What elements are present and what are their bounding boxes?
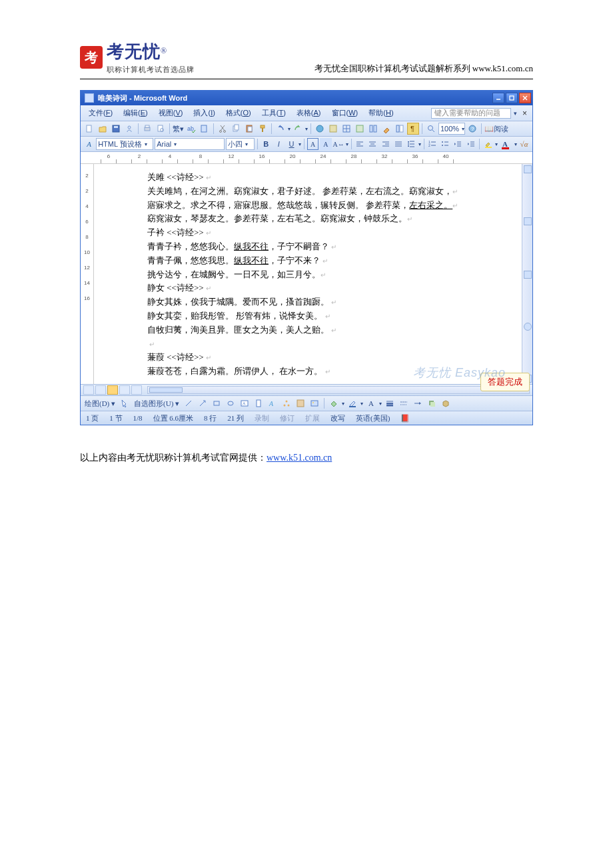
outline-view-button[interactable]	[119, 385, 130, 395]
line-color-icon[interactable]	[346, 397, 358, 409]
clipart-icon[interactable]	[295, 397, 306, 409]
vertical-ruler[interactable]: 2246810121416	[81, 164, 94, 384]
help-dropdown-icon[interactable]: ▾	[514, 110, 517, 117]
decrease-indent-button[interactable]	[452, 138, 464, 150]
undo-dropdown-icon[interactable]: ▾	[288, 126, 291, 132]
italic-button[interactable]: I	[273, 138, 285, 150]
minimize-button[interactable]	[492, 93, 504, 103]
normal-view-button[interactable]	[83, 385, 94, 395]
line-tool-icon[interactable]	[183, 397, 195, 409]
highlight-dropdown-icon[interactable]: ▾	[495, 141, 498, 147]
char-scaling-button[interactable]: A↔	[333, 138, 344, 150]
menu-a[interactable]: 表格(A)	[291, 107, 326, 119]
close-button[interactable]	[519, 93, 531, 103]
new-document-icon[interactable]	[83, 123, 95, 135]
menu-e[interactable]: 编辑(E)	[118, 107, 153, 119]
diagram-icon[interactable]	[281, 397, 293, 409]
web-view-button[interactable]	[95, 385, 106, 395]
line-spacing-dropdown-icon[interactable]: ▾	[418, 141, 421, 147]
arrow-style-icon[interactable]	[412, 397, 424, 409]
wordart-icon[interactable]: A	[267, 397, 279, 409]
read-mode-button[interactable]: 📖 阅读	[484, 123, 508, 135]
browse-prev-button[interactable]	[524, 271, 532, 279]
underline-button[interactable]: U	[286, 138, 297, 150]
zoom-combo[interactable]: 100%▾	[438, 123, 465, 135]
insert-table-icon[interactable]	[340, 123, 352, 135]
columns-icon[interactable]	[367, 123, 379, 135]
highlight-button[interactable]	[482, 138, 494, 150]
redo-icon[interactable]	[292, 123, 304, 135]
font-color-dropdown-icon[interactable]: ▾	[514, 141, 517, 147]
bullets-button[interactable]	[440, 138, 451, 150]
cut-icon[interactable]	[217, 123, 229, 135]
drawing-toolbar-icon[interactable]	[380, 123, 392, 135]
redo-dropdown-icon[interactable]: ▾	[305, 126, 308, 132]
draw-menu[interactable]: 绘图(D) ▾	[83, 399, 117, 409]
line-style-icon[interactable]	[384, 397, 396, 409]
align-center-button[interactable]	[367, 138, 378, 150]
menu-h[interactable]: 帮助(H)	[363, 107, 398, 119]
char-border-button[interactable]: A	[307, 138, 318, 150]
close-document-button[interactable]: ×	[520, 109, 530, 118]
spelling-icon[interactable]: ab	[185, 123, 197, 135]
horizontal-ruler[interactable]: 62481216202428323640	[81, 152, 532, 164]
reading-view-button[interactable]	[131, 385, 142, 395]
excel-icon[interactable]	[354, 123, 366, 135]
font-color-draw-dropdown[interactable]: ▾	[379, 401, 382, 407]
tables-borders-icon[interactable]	[327, 123, 339, 135]
fill-dropdown[interactable]: ▾	[342, 401, 344, 407]
permission-icon[interactable]	[123, 123, 135, 135]
save-icon[interactable]	[110, 123, 122, 135]
paste-icon[interactable]	[243, 123, 255, 135]
char-scaling-dropdown-icon[interactable]: ▾	[346, 141, 348, 147]
menu-t[interactable]: 工具(T)	[257, 107, 291, 119]
copy-icon[interactable]	[230, 123, 242, 135]
menu-f[interactable]: 文件(F)	[83, 107, 118, 119]
rectangle-tool-icon[interactable]	[211, 397, 223, 409]
help-search-input[interactable]	[431, 108, 511, 119]
numbering-button[interactable]: 12	[427, 138, 438, 150]
style-combo[interactable]: HTML 预设格▾	[96, 138, 153, 150]
align-right-button[interactable]	[380, 138, 391, 150]
zoom-tool-icon[interactable]	[425, 123, 437, 135]
line-spacing-button[interactable]	[405, 138, 416, 150]
select-browse-button[interactable]	[524, 323, 532, 331]
vertical-scrollbar[interactable]	[522, 164, 532, 384]
align-justify-button[interactable]	[392, 138, 404, 150]
spell-status-icon[interactable]: 📕	[400, 414, 410, 423]
open-icon[interactable]	[97, 123, 109, 135]
picture-icon[interactable]	[308, 397, 320, 409]
dash-style-icon[interactable]	[398, 397, 410, 409]
fill-color-icon[interactable]	[328, 397, 340, 409]
3d-style-icon[interactable]	[440, 397, 452, 409]
font-combo[interactable]: Arial▾	[155, 138, 225, 150]
styles-task-pane-icon[interactable]: A	[83, 138, 95, 150]
format-painter-icon[interactable]	[257, 123, 269, 135]
horizontal-scrollbar[interactable]	[147, 386, 530, 394]
doc-map-icon[interactable]	[394, 123, 406, 135]
menu-w[interactable]: 窗口(W)	[326, 107, 364, 119]
underline-dropdown-icon[interactable]: ▾	[299, 141, 301, 147]
print-preview-icon[interactable]	[155, 123, 167, 135]
font-color-draw-icon[interactable]: A	[365, 397, 377, 409]
menu-o[interactable]: 格式(O)	[221, 107, 257, 119]
research-icon[interactable]	[199, 123, 211, 135]
hyperlink-icon[interactable]	[314, 123, 326, 135]
show-marks-icon[interactable]: ¶	[407, 123, 419, 135]
oval-tool-icon[interactable]	[225, 397, 237, 409]
menu-i[interactable]: 插入(I)	[188, 107, 220, 119]
increase-indent-button[interactable]	[465, 138, 476, 150]
font-size-combo[interactable]: 小四▾	[226, 138, 254, 150]
textbox-tool-icon[interactable]: A	[239, 397, 251, 409]
document-body[interactable]: 关雎 <<诗经>> ↵关关雎鸠，在河之洲。窈窕淑女，君子好逑。 参差荇菜，左右流…	[94, 164, 522, 384]
autoshapes-menu[interactable]: 自选图形(U) ▾	[133, 399, 181, 409]
bold-button[interactable]: B	[261, 138, 272, 150]
print-icon[interactable]	[141, 123, 153, 135]
undo-icon[interactable]	[275, 123, 287, 135]
vertical-textbox-icon[interactable]	[253, 397, 265, 409]
scroll-up-button[interactable]	[524, 165, 532, 173]
print-layout-view-button[interactable]	[107, 385, 118, 395]
scroll-down-button[interactable]	[524, 217, 532, 225]
char-shading-button[interactable]: A	[320, 138, 331, 150]
footer-link[interactable]: www.k51.com.cn	[267, 453, 332, 463]
